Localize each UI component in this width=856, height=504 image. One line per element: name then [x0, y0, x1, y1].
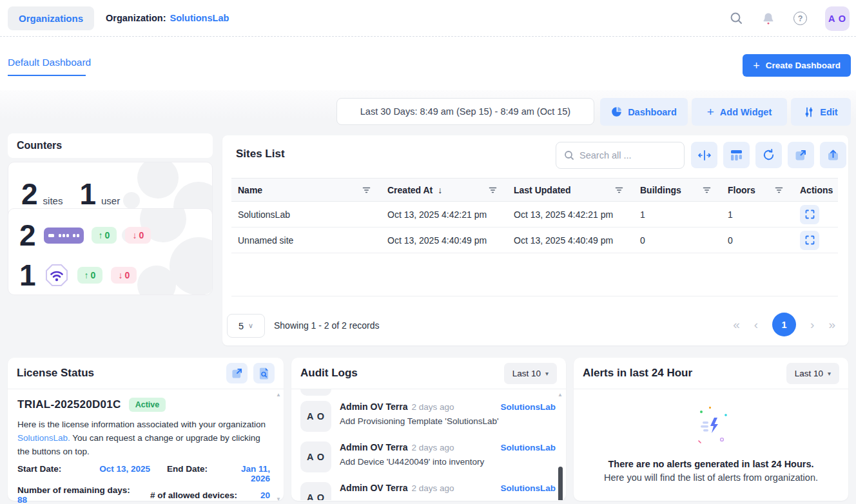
pagination-controls: « ‹ 1 › »	[733, 313, 835, 336]
table-row[interactable]: Unnamed site Oct 13, 2025 4:40:49 pm Oct…	[231, 228, 838, 253]
refresh-button[interactable]	[755, 142, 782, 168]
alerts-filter-dropdown[interactable]: Last 10 ▾	[786, 363, 839, 384]
notifications-bell-icon[interactable]	[761, 12, 775, 26]
users-count: 1	[79, 179, 96, 209]
open-external-button[interactable]	[788, 142, 814, 168]
license-details-button[interactable]	[253, 363, 275, 383]
license-open-external-button[interactable]	[226, 363, 248, 383]
column-label: Name	[238, 185, 262, 195]
next-page-button[interactable]: ›	[810, 318, 814, 331]
audit-log-list[interactable]: ▲ A O Admin OV Terra 2 days ago Solution…	[291, 389, 566, 500]
search-input[interactable]	[579, 150, 670, 160]
search-icon[interactable]	[729, 12, 743, 26]
expand-site-button[interactable]	[800, 231, 819, 250]
audit-org-link[interactable]: SolutionsLab	[501, 443, 556, 452]
license-status-badge: Active	[129, 398, 166, 412]
tab-default-dashboard[interactable]: Default Dashboard	[8, 57, 91, 68]
filter-icon[interactable]	[775, 186, 783, 194]
help-icon[interactable]: ?	[793, 12, 807, 25]
scroll-up-icon[interactable]: ▲	[558, 393, 563, 398]
audit-logs-title: Audit Logs	[300, 367, 358, 380]
fullscreen-icon	[805, 235, 815, 245]
last-page-button[interactable]: »	[828, 318, 835, 331]
column-settings-button[interactable]	[723, 142, 750, 168]
license-description: Here is the license information associat…	[17, 418, 270, 458]
organization-link[interactable]: SolutionsLab.	[17, 433, 70, 443]
wireless-up-badge: ↑0	[77, 267, 103, 284]
last-updated-cell: Oct 13, 2025 4:42:21 pm	[507, 209, 634, 220]
page-size-select[interactable]: 5 ∨	[227, 314, 265, 338]
header-actions: ? A O	[729, 0, 850, 37]
up-arrow-icon: ↑	[84, 270, 89, 280]
create-dashboard-button[interactable]: + Create Dashboard	[743, 54, 851, 77]
wireless-up-count: 0	[91, 270, 96, 280]
table-row[interactable]: SolutionsLab Oct 13, 2025 4:42:21 pm Oct…	[231, 202, 838, 228]
switches-down-count: 0	[139, 230, 144, 240]
organization-name-link[interactable]: SolutionsLab	[170, 13, 229, 23]
column-header-last-updated[interactable]: Last Updated	[507, 179, 634, 201]
audit-org-link[interactable]: SolutionsLab	[501, 402, 556, 412]
list-item[interactable]: A O Admin OV Terra 2 days ago SolutionsL…	[300, 401, 556, 432]
filter-icon[interactable]	[615, 186, 623, 194]
license-details-grid: Start Date: Oct 13, 2025 End Date: Jan 1…	[17, 464, 270, 504]
audit-user: Admin OV Terra	[340, 402, 408, 412]
allowed-devices-value: 20	[237, 490, 270, 500]
alerts-widget: Alerts in last 24 Hour Last 10 ▾	[574, 358, 848, 501]
export-upload-button[interactable]	[820, 142, 846, 168]
user-avatar[interactable]: A O	[825, 6, 850, 31]
filter-icon[interactable]	[703, 186, 711, 194]
filter-icon[interactable]	[489, 186, 497, 194]
expand-site-button[interactable]	[800, 205, 819, 224]
current-page-button[interactable]: 1	[772, 313, 796, 336]
chevron-down-icon: ▾	[828, 370, 831, 377]
audit-timestamp: 2 days ago	[412, 443, 454, 452]
scroll-down-icon[interactable]: ▼	[276, 497, 281, 502]
audit-timestamp: 2 days ago	[412, 402, 454, 412]
tab-active-underline	[8, 75, 86, 76]
audit-logs-widget: Audit Logs Last 10 ▾ ▲ A O Admin OV Terr…	[291, 358, 566, 501]
refresh-icon	[763, 149, 775, 161]
avatar	[300, 389, 331, 396]
end-date-label: End Date:	[167, 464, 220, 483]
table-empty-space	[231, 253, 838, 296]
floors-cell: 0	[721, 235, 793, 246]
pagination-summary: Showing 1 - 2 of 2 records	[274, 320, 379, 331]
add-widget-button[interactable]: + Add Widget	[692, 98, 787, 126]
open-external-icon	[795, 149, 807, 161]
column-header-created-at[interactable]: Created At ↓	[381, 179, 507, 201]
lightning-bolt-empty-state-icon	[574, 403, 848, 450]
start-date-label: Start Date:	[17, 464, 79, 483]
decorative-circle	[137, 162, 179, 199]
column-settings-icon	[730, 150, 743, 160]
switches-up-count: 0	[105, 230, 110, 240]
first-page-button[interactable]: «	[733, 318, 740, 331]
list-item[interactable]: A O Admin OV Terra 2 days ago SolutionsL…	[300, 441, 556, 472]
scrollbar-thumb[interactable]	[558, 467, 563, 500]
list-item[interactable]: A O Admin OV Terra 2 days ago SolutionsL…	[300, 482, 556, 500]
organizations-button[interactable]: Organizations	[8, 6, 94, 30]
audit-filter-dropdown[interactable]: Last 10 ▾	[504, 363, 557, 384]
edit-dashboard-button[interactable]: Edit	[791, 98, 851, 126]
created-at-cell: Oct 13, 2025 4:42:21 pm	[381, 209, 507, 220]
column-header-floors[interactable]: Floors	[721, 179, 793, 201]
counters-title-text: Counters	[17, 140, 62, 151]
column-header-buildings[interactable]: Buildings	[634, 179, 721, 201]
audit-user: Admin OV Terra	[340, 483, 408, 493]
scroll-up-icon[interactable]: ▲	[276, 393, 281, 398]
audit-org-link[interactable]: SolutionsLab	[501, 483, 556, 493]
counter-card-devices: 2 ↑0 ↓0 1 ↑0 ↓0	[8, 208, 213, 295]
column-label: Actions	[800, 185, 833, 195]
expand-columns-button[interactable]	[691, 142, 717, 168]
top-header-bar: Organizations Organization:SolutionsLab …	[0, 0, 856, 37]
license-status-title: License Status	[17, 367, 94, 380]
sort-descending-icon[interactable]: ↓	[438, 185, 442, 195]
column-header-name[interactable]: Name	[231, 179, 381, 201]
sites-label: sites	[43, 195, 63, 206]
search-icon	[564, 150, 574, 160]
up-arrow-icon: ↑	[99, 230, 103, 240]
filter-icon[interactable]	[362, 186, 371, 194]
dashboard-view-button[interactable]: Dashboard	[600, 98, 688, 126]
date-range-picker[interactable]: Last 30 Days: 8:49 am (Sep 15) - 8:49 am…	[336, 98, 594, 125]
audit-action-text: Add Device 'U4420049' into inventory	[340, 457, 556, 467]
previous-page-button[interactable]: ‹	[754, 318, 758, 331]
